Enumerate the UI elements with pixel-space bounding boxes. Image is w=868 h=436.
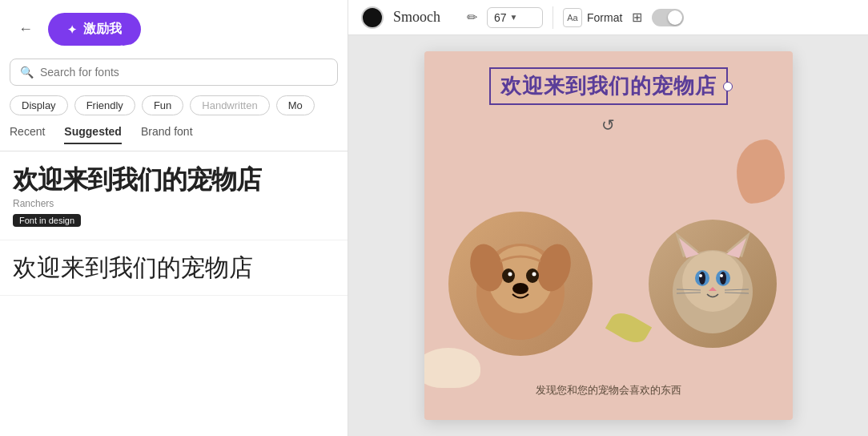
back-icon: ←	[18, 21, 33, 38]
cat-svg	[653, 224, 773, 344]
sparkle-icon: ✦	[67, 23, 77, 36]
svg-point-10	[682, 251, 743, 312]
toggle-switch[interactable]	[652, 9, 684, 26]
font-size-value: 67	[494, 11, 507, 24]
svg-point-4	[502, 268, 515, 283]
inspire-label: 激励我	[83, 21, 122, 38]
grid-icon[interactable]: ⊞	[632, 10, 642, 25]
svg-point-6	[508, 272, 512, 277]
tab-recent[interactable]: Recent	[10, 125, 45, 144]
cursor-icon: ☞	[115, 38, 135, 61]
canvas-subtitle: 发现您和您的宠物会喜欢的东西	[424, 383, 793, 398]
filter-chips: Display Friendly Fun Handwritten Mo	[0, 95, 348, 125]
edit-icon[interactable]: ✏	[467, 10, 477, 25]
color-picker[interactable]	[361, 6, 384, 29]
tab-brand-font[interactable]: Brand font	[141, 125, 193, 144]
svg-point-19	[699, 274, 702, 277]
font-name-ranchers: Ranchers	[13, 198, 335, 209]
svg-point-17	[699, 272, 705, 285]
deco-leaf	[605, 308, 651, 349]
search-bar: 🔍	[10, 59, 338, 86]
canvas-area: 欢迎来到我们的宠物店 ↺	[348, 35, 868, 436]
design-canvas[interactable]: 欢迎来到我们的宠物店 ↺	[424, 51, 793, 420]
chip-handwritten[interactable]: Handwritten	[190, 95, 269, 115]
dog-image	[448, 212, 593, 356]
chip-more[interactable]: Mo	[276, 95, 315, 115]
right-area: Smooch ✏ 67 ▼ Aa Format ⊞ 欢迎来到我们的宠物店 ↺	[348, 0, 868, 436]
tab-suggested[interactable]: Suggested	[64, 125, 122, 144]
font-item-2[interactable]: 欢迎来到我们的宠物店	[0, 240, 348, 296]
chip-friendly[interactable]: Friendly	[74, 95, 135, 115]
left-header: ← ✦ 激励我 ☞	[0, 0, 348, 59]
rotate-handle[interactable]: ↺	[601, 115, 615, 135]
chevron-down-icon[interactable]: ▼	[510, 13, 518, 22]
svg-point-20	[720, 274, 723, 277]
font-item-ranchers[interactable]: 欢迎来到我们的宠物店 Ranchers Font in design	[0, 151, 348, 240]
font-preview-2: 欢迎来到我们的宠物店	[13, 253, 335, 282]
back-button[interactable]: ←	[13, 17, 38, 42]
chip-fun[interactable]: Fun	[142, 95, 183, 115]
toggle-knob	[668, 10, 682, 25]
top-toolbar: Smooch ✏ 67 ▼ Aa Format ⊞	[348, 0, 868, 35]
font-size-control[interactable]: 67 ▼	[487, 7, 543, 28]
cat-image	[649, 220, 777, 348]
tabs-row: Recent Suggested Brand font	[0, 125, 348, 151]
search-icon: 🔍	[20, 66, 34, 79]
chip-display[interactable]: Display	[10, 95, 68, 115]
deco-blob	[737, 139, 785, 204]
dog-svg	[456, 220, 585, 348]
svg-point-18	[720, 272, 726, 285]
font-name-display: Smooch	[393, 9, 457, 26]
svg-point-8	[512, 283, 528, 294]
inspire-button[interactable]: ✦ 激励我 ☞	[48, 13, 141, 46]
canvas-title[interactable]: 欢迎来到我们的宠物店	[489, 67, 728, 105]
deco-cloud	[424, 348, 480, 388]
left-panel: ← ✦ 激励我 ☞ 🔍 Display Friendly Fun Handwri…	[0, 0, 348, 436]
toolbar-divider	[553, 6, 553, 29]
search-input[interactable]	[40, 66, 328, 79]
font-preview-1: 欢迎来到我们的宠物店	[13, 164, 335, 195]
format-label: Format	[587, 11, 622, 24]
format-icon: Aa	[563, 8, 582, 27]
format-button[interactable]: Aa Format	[563, 8, 622, 27]
svg-point-7	[532, 272, 536, 277]
svg-point-5	[526, 268, 539, 283]
font-list: 欢迎来到我们的宠物店 Ranchers Font in design 欢迎来到我…	[0, 151, 348, 436]
font-in-design-badge: Font in design	[13, 214, 81, 227]
